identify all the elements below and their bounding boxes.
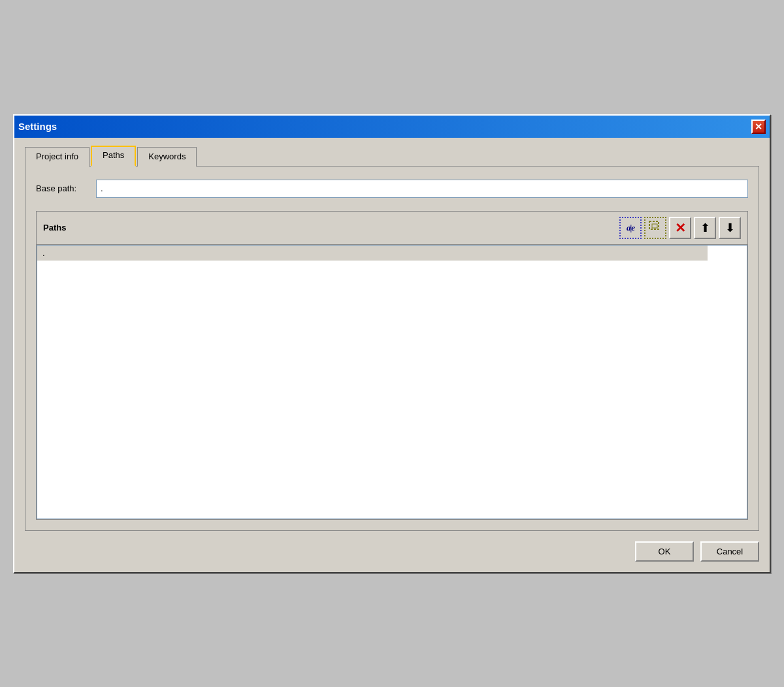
tab-keywords[interactable]: Keywords: [137, 147, 197, 167]
tab-project-info[interactable]: Project info: [25, 147, 90, 167]
panel-paths: Base path: Paths a|e: [25, 166, 759, 531]
paths-section: Paths a|e: [36, 211, 748, 520]
delete-icon: ✕: [675, 221, 686, 234]
base-path-row: Base path:: [36, 180, 748, 198]
add-path-button[interactable]: [644, 217, 666, 239]
svg-rect-1: [652, 224, 657, 228]
settings-dialog: Settings ✕ Project info Paths Keywords B…: [13, 114, 771, 573]
tab-paths-label: Paths: [103, 150, 124, 160]
paths-list: .: [37, 245, 747, 519]
list-item[interactable]: .: [37, 246, 708, 261]
paths-section-title: Paths: [43, 223, 66, 232]
tab-keywords-label: Keywords: [148, 152, 186, 161]
cancel-button[interactable]: Cancel: [700, 541, 759, 562]
bottom-bar: OK Cancel: [25, 541, 759, 562]
move-down-button[interactable]: ⬇: [719, 217, 741, 239]
add-icon: [649, 221, 662, 234]
edit-icon: a|e: [627, 223, 634, 233]
move-up-button[interactable]: ⬆: [694, 217, 716, 239]
move-down-icon: ⬇: [725, 221, 735, 235]
paths-toolbar: a|e ✕: [619, 217, 741, 239]
window-content: Project info Paths Keywords Base path: P…: [14, 138, 770, 572]
move-up-icon: ⬆: [700, 221, 710, 235]
delete-path-button[interactable]: ✕: [669, 217, 691, 239]
tab-bar: Project info Paths Keywords: [25, 146, 759, 167]
title-bar: Settings ✕: [14, 116, 770, 138]
ok-button[interactable]: OK: [635, 541, 694, 562]
tab-paths[interactable]: Paths: [91, 146, 136, 167]
base-path-label: Base path:: [36, 184, 88, 193]
base-path-input[interactable]: [96, 180, 748, 198]
dialog-title: Settings: [18, 121, 57, 132]
edit-path-button[interactable]: a|e: [619, 217, 642, 239]
tab-project-info-label: Project info: [36, 152, 78, 161]
close-button[interactable]: ✕: [751, 120, 766, 134]
paths-header: Paths a|e: [37, 212, 747, 245]
